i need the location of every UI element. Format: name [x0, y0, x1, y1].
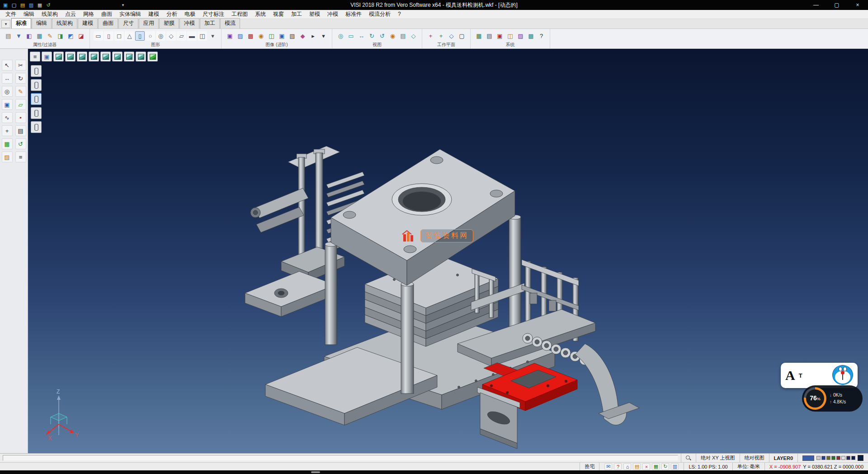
- workplane-slot-1[interactable]: [31, 65, 42, 77]
- previous-view-icon[interactable]: ↺: [377, 31, 387, 41]
- material-icon[interactable]: ▩: [246, 31, 255, 41]
- maximize-button[interactable]: ▢: [826, 0, 847, 10]
- view-left-icon[interactable]: [100, 52, 111, 62]
- color-swatch[interactable]: [851, 456, 855, 460]
- menu-item[interactable]: 视窗: [269, 10, 288, 19]
- graphics-more-icon[interactable]: ▾: [208, 31, 217, 41]
- system-colors-icon[interactable]: ▦: [474, 31, 484, 41]
- sphere-icon[interactable]: ○: [146, 31, 155, 41]
- workplane-slot-3[interactable]: [31, 93, 42, 105]
- color-swatch[interactable]: [821, 456, 826, 460]
- system-settings-icon[interactable]: ▤: [485, 31, 494, 41]
- scale-segment[interactable]: LS: 1.00 PS: 1.00: [684, 463, 732, 470]
- app-icon[interactable]: ▣: [2, 1, 9, 9]
- system-select-icon[interactable]: ▨: [516, 31, 525, 41]
- light-icon[interactable]: ◉: [256, 31, 266, 41]
- view-iso-icon[interactable]: [53, 52, 64, 62]
- workplane-align-icon[interactable]: ◇: [447, 31, 456, 41]
- view-back-icon[interactable]: [112, 52, 123, 62]
- viewport[interactable]: ≡ ▣: [28, 49, 868, 453]
- background-icon[interactable]: ▧: [288, 31, 297, 41]
- view-box-icon[interactable]: ▣: [42, 52, 52, 62]
- view-top-icon[interactable]: [65, 52, 75, 62]
- menu-item[interactable]: ?: [394, 10, 405, 19]
- undo-history-icon[interactable]: ↺: [15, 138, 26, 149]
- solid-icon[interactable]: ▣: [2, 99, 13, 110]
- tab[interactable]: 塑膜: [159, 18, 179, 28]
- refresh-icon[interactable]: ↻: [661, 463, 669, 470]
- animation-icon[interactable]: ▸: [308, 31, 318, 41]
- system-info-icon[interactable]: ▣: [495, 31, 505, 41]
- fill-icon[interactable]: ▨: [2, 152, 13, 162]
- pan-view-icon[interactable]: ↔: [357, 31, 366, 41]
- texture-icon[interactable]: ▨: [236, 31, 245, 41]
- tab[interactable]: 模流: [220, 18, 240, 28]
- menu-item[interactable]: 塑模: [306, 10, 324, 19]
- zoom-fit-icon[interactable]: ◎: [336, 31, 345, 41]
- tab[interactable]: 尺寸: [118, 18, 138, 28]
- color-swatch[interactable]: [836, 456, 840, 460]
- tabbar-dropdown-icon[interactable]: ▾: [1, 20, 10, 28]
- menu-item[interactable]: 点云: [61, 10, 80, 19]
- units-segment[interactable]: 单位: 毫米: [732, 463, 764, 470]
- taskbar-item[interactable]: [311, 471, 320, 473]
- menu-item[interactable]: 加工: [288, 10, 306, 19]
- menu-item[interactable]: 标准件: [342, 10, 365, 19]
- point-icon[interactable]: •: [15, 112, 26, 123]
- zoom-window-icon[interactable]: ▭: [346, 31, 356, 41]
- filter-layer-icon[interactable]: ▦: [35, 31, 44, 41]
- grid-icon[interactable]: ▦: [2, 138, 13, 149]
- view-menu-icon[interactable]: ≡: [30, 52, 40, 62]
- list-icon[interactable]: ▤: [633, 463, 641, 470]
- filter-edit-icon[interactable]: ◧: [24, 31, 34, 41]
- view-front-icon[interactable]: [77, 52, 87, 62]
- block-icon[interactable]: ▬: [187, 31, 197, 41]
- camera-icon[interactable]: ◫: [267, 31, 276, 41]
- filter-add-icon[interactable]: ▼: [14, 31, 24, 41]
- effects-icon[interactable]: ◆: [298, 31, 307, 41]
- open-file-icon[interactable]: ▤: [19, 1, 26, 9]
- workplane-xy-icon[interactable]: +: [426, 31, 435, 41]
- view-right-icon[interactable]: [89, 52, 99, 62]
- menu-item[interactable]: 分析: [163, 10, 181, 19]
- shell-icon[interactable]: ◫: [198, 31, 207, 41]
- color-swatch[interactable]: [841, 456, 845, 460]
- menu-item[interactable]: 系统: [251, 10, 269, 19]
- menu-item[interactable]: 冲模: [324, 10, 342, 19]
- attribute-paint-icon[interactable]: ✎: [45, 31, 55, 41]
- table-icon[interactable]: ▥: [671, 463, 679, 470]
- torus-icon[interactable]: ◎: [156, 31, 165, 41]
- quick-filter-icon[interactable]: ◩: [66, 31, 75, 41]
- cone-icon[interactable]: △: [125, 31, 134, 41]
- tab[interactable]: 编辑: [32, 18, 52, 28]
- undo-icon[interactable]: ↺: [45, 1, 52, 9]
- menu-item[interactable]: 电极: [181, 10, 199, 19]
- snap-segment[interactable]: 拴宅: [580, 463, 599, 470]
- input-helper-card[interactable]: A T: [781, 363, 858, 388]
- mail-icon[interactable]: ✉: [604, 463, 612, 470]
- menu-item[interactable]: 尺寸标注: [199, 10, 228, 19]
- surface-icon[interactable]: ▱: [15, 99, 26, 110]
- tab[interactable]: 曲面: [98, 18, 118, 28]
- perspective-icon[interactable]: ◇: [409, 31, 418, 41]
- help-icon[interactable]: ?: [614, 463, 622, 470]
- tab[interactable]: 标准: [11, 18, 31, 28]
- view-shaded-icon[interactable]: [147, 52, 158, 62]
- menu-item[interactable]: 编辑: [20, 10, 38, 19]
- background-color-swatch[interactable]: [858, 455, 863, 461]
- close-button[interactable]: ×: [847, 0, 868, 10]
- color-swatch[interactable]: [846, 456, 850, 460]
- measure-icon[interactable]: +: [2, 125, 13, 136]
- workplane-slot-4[interactable]: [31, 107, 42, 119]
- box-icon[interactable]: ◻: [114, 31, 124, 41]
- workplane-slot-2[interactable]: [31, 79, 42, 91]
- tab[interactable]: 冲模: [179, 18, 199, 28]
- tab[interactable]: 线架构: [52, 18, 77, 28]
- absolute-view-segment[interactable]: 绝对视图: [740, 454, 769, 462]
- image-more-icon[interactable]: ▾: [319, 31, 328, 41]
- filter-element-icon[interactable]: ◨: [56, 31, 65, 41]
- delete-icon[interactable]: ×: [642, 463, 650, 470]
- grid-toggle-icon[interactable]: ▦: [652, 463, 660, 470]
- rotate-icon[interactable]: ↻: [15, 73, 26, 84]
- dynamic-view-icon[interactable]: ◉: [388, 31, 397, 41]
